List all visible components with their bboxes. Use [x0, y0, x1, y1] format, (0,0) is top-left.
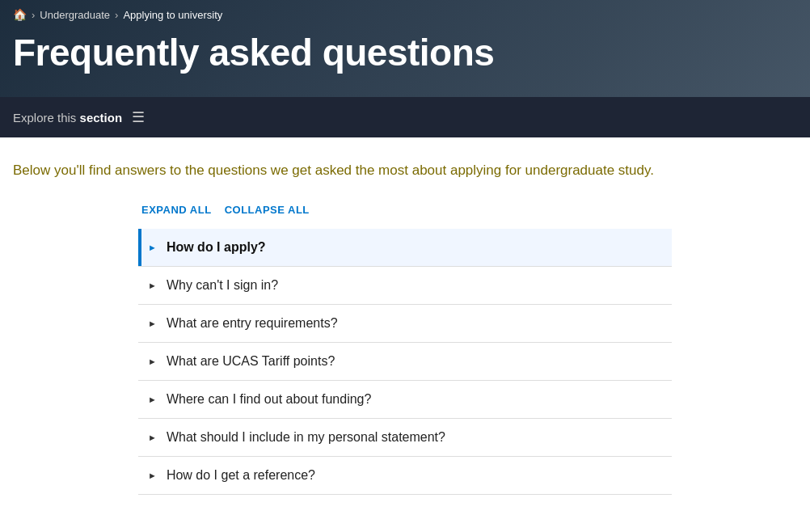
faq-question-text: What should I include in my personal sta… — [167, 430, 445, 445]
faq-item[interactable]: ► What should I include in my personal s… — [138, 419, 672, 457]
faq-item-header[interactable]: ► What are UCAS Tariff points? — [138, 343, 672, 380]
faq-item-header[interactable]: ► Where can I find out about funding? — [138, 381, 672, 418]
explore-bar[interactable]: Explore this section ☰ — [0, 97, 810, 137]
explore-prefix: Explore this — [13, 111, 80, 125]
intro-paragraph: Below you'll find answers to the questio… — [13, 160, 740, 181]
faq-item[interactable]: ► Where can I find out about funding? — [138, 381, 672, 419]
faq-item[interactable]: ► How do I get a reference? — [138, 457, 672, 495]
faq-item[interactable]: ► Why can't I sign in? — [138, 267, 672, 305]
collapse-all-button[interactable]: COLLAPSE ALL — [225, 204, 310, 216]
breadcrumb-separator-2: › — [115, 9, 118, 21]
faq-item[interactable]: ► What are UCAS Tariff points? — [138, 343, 672, 381]
faq-question-text: How do I apply? — [167, 240, 266, 255]
faq-question-text: Where can I find out about funding? — [167, 392, 372, 407]
explore-bold: section — [80, 111, 123, 125]
faq-item[interactable]: ► How do I apply? — [138, 229, 672, 267]
breadcrumb-separator-1: › — [32, 9, 35, 21]
faq-item[interactable]: ► What are entry requirements? — [138, 305, 672, 343]
main-content: Below you'll find answers to the questio… — [0, 137, 810, 511]
faq-item-header[interactable]: ► What are entry requirements? — [138, 305, 672, 342]
menu-icon: ☰ — [132, 108, 145, 126]
breadcrumb: 🏠 › Undergraduate › Applying to universi… — [0, 0, 810, 26]
breadcrumb-undergraduate[interactable]: Undergraduate — [40, 9, 110, 21]
faq-controls: EXPAND ALL COLLAPSE ALL — [138, 204, 672, 216]
faq-arrow-icon: ► — [148, 357, 157, 366]
faq-arrow-icon: ► — [148, 395, 157, 404]
faq-question-text: Why can't I sign in? — [167, 278, 278, 293]
faq-item-header[interactable]: ► How do I apply? — [138, 229, 672, 266]
faq-section: EXPAND ALL COLLAPSE ALL ► How do I apply… — [138, 204, 672, 495]
expand-all-button[interactable]: EXPAND ALL — [141, 204, 212, 216]
faq-item-header[interactable]: ► What should I include in my personal s… — [138, 419, 672, 456]
faq-question-text: What are UCAS Tariff points? — [167, 354, 335, 369]
faq-arrow-icon: ► — [148, 243, 157, 252]
faq-list: ► How do I apply? ► Why can't I sign in?… — [138, 229, 672, 495]
faq-arrow-icon: ► — [148, 433, 157, 442]
breadcrumb-applying: Applying to university — [123, 9, 222, 21]
hero-content: 🏠 › Undergraduate › Applying to universi… — [0, 0, 810, 93]
page-title: Frequently asked questions — [0, 26, 810, 93]
explore-label: Explore this section — [13, 111, 122, 125]
faq-arrow-icon: ► — [148, 319, 157, 328]
home-icon[interactable]: 🏠 — [13, 8, 27, 21]
faq-item-header[interactable]: ► Why can't I sign in? — [138, 267, 672, 304]
hero-section: 🏠 › Undergraduate › Applying to universi… — [0, 0, 810, 97]
faq-arrow-icon: ► — [148, 281, 157, 290]
faq-item-header[interactable]: ► How do I get a reference? — [138, 457, 672, 494]
faq-question-text: How do I get a reference? — [167, 468, 315, 483]
faq-question-text: What are entry requirements? — [167, 316, 338, 331]
faq-arrow-icon: ► — [148, 471, 157, 480]
